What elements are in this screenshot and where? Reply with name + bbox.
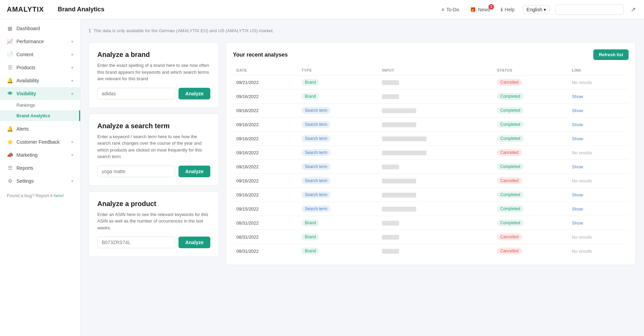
analyze-cards: Analyze a brand Enter the exact spelling…	[89, 42, 219, 265]
cell-type: Brand	[298, 244, 379, 258]
cell-type: Brand	[298, 75, 379, 89]
show-link[interactable]: Show	[572, 122, 583, 127]
news-button[interactable]: 🎁 News 1	[467, 5, 493, 14]
sidebar-item-brand-analytics[interactable]: Brand Analytics	[0, 110, 80, 121]
cell-date: 09/16/2022	[233, 118, 298, 132]
sidebar-item-products[interactable]: ☰ Products ▾	[0, 61, 80, 74]
type-tag: Search term	[301, 121, 331, 128]
refresh-button[interactable]: Refresh list	[593, 49, 629, 60]
input-blur	[382, 249, 399, 254]
status-badge: Completed	[497, 191, 524, 198]
cell-date: 09/16/2022	[233, 104, 298, 118]
type-tag: Search term	[301, 135, 331, 142]
sidebar-label-products: Products	[16, 65, 35, 70]
cell-input	[379, 104, 493, 118]
sidebar-item-marketing[interactable]: 📣 Marketing ▾	[0, 148, 80, 161]
sidebar-item-alerts[interactable]: 🔔 Alerts	[0, 122, 80, 135]
cell-status: Completed	[494, 132, 569, 146]
cell-status: Completed	[494, 216, 569, 230]
sidebar-item-dashboard[interactable]: ▦ Dashboard	[0, 22, 80, 35]
show-link[interactable]: Show	[572, 94, 583, 99]
todo-button[interactable]: ≡ To-Do	[439, 5, 462, 14]
analyze-brand-input[interactable]	[97, 88, 175, 99]
show-link[interactable]: Show	[572, 108, 583, 113]
cell-link: Show	[569, 202, 629, 216]
cell-type: Brand	[298, 230, 379, 244]
analyze-brand-button[interactable]: Analyze	[178, 88, 210, 99]
cell-status: Cancelled	[494, 146, 569, 160]
visibility-icon: 👁	[7, 91, 13, 96]
cell-status: Completed	[494, 104, 569, 118]
table-row: 09/16/2022 Search term Completed Show	[233, 160, 629, 174]
analyze-search-input[interactable]	[97, 166, 175, 177]
table-row: 09/16/2022 Search term Cancelled No resu…	[233, 174, 629, 188]
cell-input	[379, 188, 493, 202]
sidebar-item-content[interactable]: 📄 Content ▾	[0, 48, 80, 61]
bug-report-link[interactable]: here	[54, 193, 63, 198]
input-blur	[382, 151, 426, 155]
cell-date: 09/16/2022	[233, 146, 298, 160]
table-row: 09/16/2022 Search term Completed Show	[233, 132, 629, 146]
sidebar-item-rankings[interactable]: Rankings	[0, 100, 80, 110]
cell-link: No results	[569, 146, 629, 160]
analyze-product-button[interactable]: Analyze	[178, 237, 210, 248]
show-link[interactable]: Show	[572, 220, 583, 226]
input-blur	[382, 165, 399, 169]
sidebar-item-performance[interactable]: 📈 Performance ▾	[0, 35, 80, 48]
cell-type: Search term	[298, 188, 379, 202]
sidebar-label-reports: Reports	[16, 165, 33, 171]
sidebar-label-performance: Performance	[16, 39, 44, 44]
col-input: INPUT	[379, 65, 493, 75]
sidebar-item-customer-feedback[interactable]: ⭐ Customer Feedback ▾	[0, 135, 80, 148]
products-icon: ☰	[7, 64, 13, 71]
cell-type: Search term	[298, 202, 379, 216]
type-tag: Brand	[301, 219, 319, 226]
cell-type: Search term	[298, 174, 379, 188]
info-icon: ℹ	[89, 27, 91, 34]
sidebar-item-availability[interactable]: 🔔 Availability ▾	[0, 74, 80, 87]
type-tag: Brand	[301, 233, 319, 240]
cell-input	[379, 202, 493, 216]
cell-type: Brand	[298, 216, 379, 230]
table-row: 09/16/2022 Brand Completed Show	[233, 89, 629, 104]
help-button[interactable]: ℹ Help	[498, 5, 517, 14]
show-link[interactable]: Show	[572, 164, 583, 169]
chevron-down-icon: ▾	[71, 65, 73, 70]
content-grid: Analyze a brand Enter the exact spelling…	[89, 42, 636, 265]
sidebar-item-visibility[interactable]: 👁 Visibility ▴	[0, 87, 80, 100]
input-blur	[382, 179, 416, 183]
cell-status: Cancelled	[494, 230, 569, 244]
availability-icon: 🔔	[7, 77, 13, 84]
cell-status: Completed	[494, 89, 569, 104]
analyze-search-button[interactable]: Analyze	[178, 166, 210, 177]
chevron-up-icon: ▴	[71, 91, 73, 96]
cell-link: Show	[569, 89, 629, 104]
nav-extra-button[interactable]: ↗	[629, 4, 637, 15]
search-input[interactable]	[555, 4, 624, 15]
col-status: STATUS	[494, 65, 569, 75]
type-tag: Brand	[301, 79, 319, 86]
sidebar-label-availability: Availability	[16, 78, 39, 83]
no-results: No results	[572, 178, 592, 183]
sidebar-item-reports[interactable]: ☰ Reports	[0, 161, 80, 175]
sidebar-item-settings[interactable]: ⚙ Settings ▾	[0, 175, 80, 188]
analyze-brand-form: Analyze	[97, 88, 210, 99]
dashboard-icon: ▦	[7, 25, 13, 32]
cell-input	[379, 160, 493, 174]
analyze-search-form: Analyze	[97, 166, 210, 177]
cell-date: 09/16/2022	[233, 188, 298, 202]
language-selector[interactable]: English ▾	[523, 5, 550, 14]
cell-type: Search term	[298, 118, 379, 132]
show-link[interactable]: Show	[572, 192, 583, 197]
show-link[interactable]: Show	[572, 136, 583, 141]
language-value: English	[527, 7, 542, 12]
show-link[interactable]: Show	[572, 206, 583, 212]
chevron-down-icon: ▾	[71, 153, 73, 157]
marketing-icon: 📣	[7, 152, 13, 158]
analyses-header: Your recent analyses Refresh list	[233, 49, 629, 60]
chevron-down-icon: ▾	[71, 140, 73, 144]
analyze-search-description: Enter a keyword / search term here to se…	[97, 133, 210, 160]
todo-icon: ≡	[442, 7, 444, 12]
analyze-product-input[interactable]	[97, 237, 175, 248]
cell-link: No results	[569, 75, 629, 89]
